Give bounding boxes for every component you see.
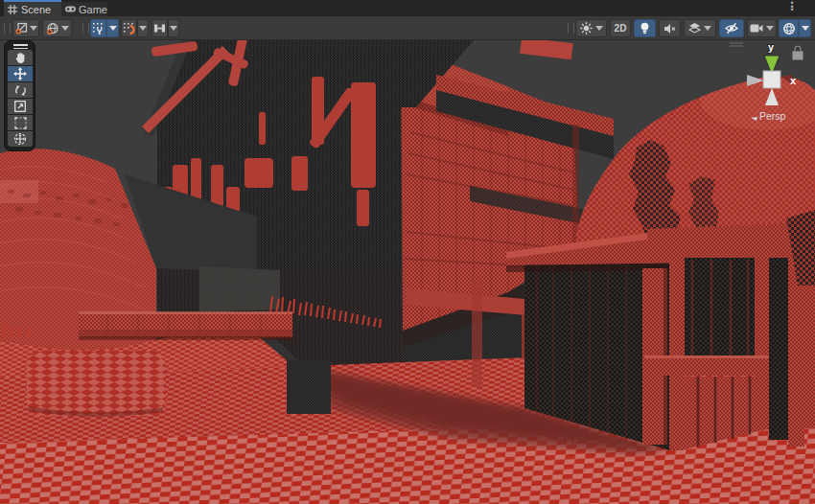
svg-text:Persp: Persp — [759, 110, 786, 122]
svg-text:y: y — [768, 41, 775, 53]
svg-text:x: x — [790, 75, 797, 86]
svg-text:Y: Y — [97, 26, 104, 34]
